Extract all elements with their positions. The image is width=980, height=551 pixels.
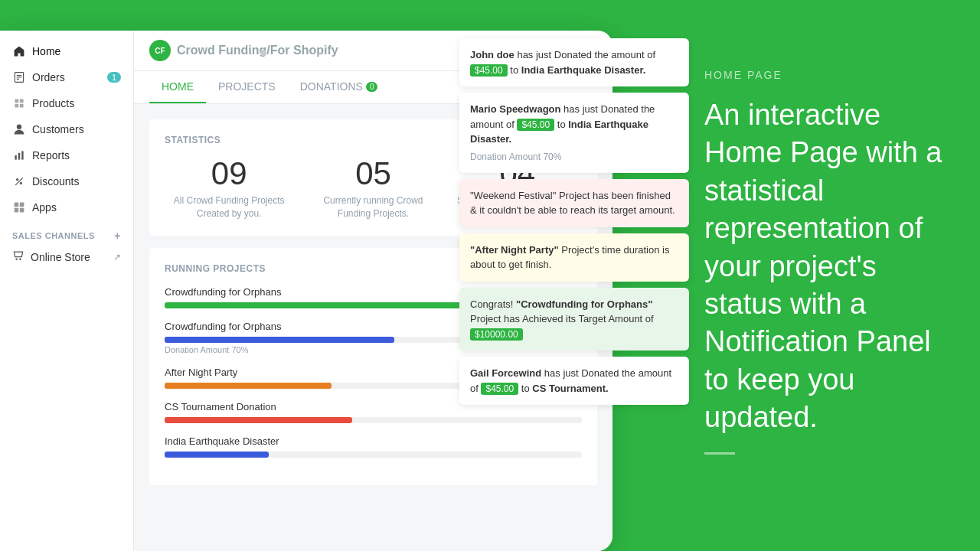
sidebar-label-customers: Customers xyxy=(32,123,84,135)
apps-icon xyxy=(12,201,26,214)
notif-name-0: John doe xyxy=(470,49,514,60)
reports-icon xyxy=(12,148,26,162)
sidebar-item-customers[interactable]: Customers xyxy=(0,116,133,142)
svg-rect-7 xyxy=(20,104,24,108)
stat-total-label: All Crowd Funding Projects Created by yo… xyxy=(165,194,293,220)
products-icon xyxy=(12,96,26,110)
progress-fill-0 xyxy=(165,302,498,308)
notification-1: Mario Speedwagon has just Donated the am… xyxy=(459,93,689,173)
notification-2: "Weekend Festival" Project has been fini… xyxy=(459,179,689,227)
stat-total-number: 09 xyxy=(165,158,293,190)
sidebar-label-discounts: Discounts xyxy=(32,175,79,187)
sidebar-item-reports[interactable]: Reports xyxy=(0,142,133,168)
notif-text-0b: to xyxy=(510,64,521,76)
sidebar-item-apps[interactable]: Apps xyxy=(0,194,133,220)
notif-amount-1: $45.00 xyxy=(517,119,554,131)
notif-amount-4: $10000.00 xyxy=(470,328,523,341)
progress-fill-1 xyxy=(165,337,394,343)
customers-icon xyxy=(12,122,26,136)
svg-rect-16 xyxy=(20,203,24,207)
sidebar: Home Orders 1 Products Customers Repor xyxy=(0,31,134,551)
notif-name-1: Mario Speedwagon xyxy=(470,103,560,115)
progress-bg-4 xyxy=(165,452,582,458)
svg-point-19 xyxy=(15,259,17,260)
progress-fill-4 xyxy=(165,452,269,458)
svg-rect-11 xyxy=(21,151,23,159)
notif-text-0a: has just Donated the amount of xyxy=(517,49,655,60)
sidebar-item-online-store[interactable]: Online Store ↗ xyxy=(0,245,133,269)
svg-rect-15 xyxy=(15,203,19,207)
app-logo: CF xyxy=(149,40,171,61)
sidebar-label-apps: Apps xyxy=(32,201,57,214)
svg-rect-6 xyxy=(15,104,18,108)
store-icon xyxy=(12,249,24,264)
svg-rect-4 xyxy=(15,99,18,103)
notif-highlight-3: "After Night Party" xyxy=(470,244,559,256)
notif-name-5: Gail Forcewind xyxy=(470,367,541,379)
stat-running-label: Currently running Crowd Funding Projects… xyxy=(309,194,437,220)
svg-rect-17 xyxy=(15,208,19,213)
notification-3: "After Night Party" Project's time durat… xyxy=(459,233,689,282)
online-store-label: Online Store xyxy=(31,251,90,263)
notif-text-4a: Congrats! xyxy=(470,298,516,310)
sidebar-item-discounts[interactable]: Discounts xyxy=(0,168,133,194)
info-page-label: HOME PAGE xyxy=(704,69,957,81)
svg-point-20 xyxy=(19,259,21,260)
svg-rect-10 xyxy=(18,153,20,160)
notification-5: Gail Forcewind has just Donated the amou… xyxy=(459,357,689,405)
sidebar-label-products: Products xyxy=(32,97,74,109)
sales-channels-title: SALES CHANNELS + xyxy=(0,220,133,245)
svg-rect-9 xyxy=(15,155,16,160)
info-heading: An interactive Home Page with a statisti… xyxy=(704,96,957,437)
project-item-4: India Earthquake Disaster xyxy=(165,435,582,458)
svg-rect-5 xyxy=(20,99,24,103)
notif-highlight-4: "Crowdfunding for Orphans" xyxy=(516,298,652,310)
tab-donations[interactable]: DONATIONS 0 xyxy=(288,71,390,103)
notif-amount-0: $45.00 xyxy=(470,64,508,77)
sidebar-label-orders: Orders xyxy=(32,71,65,83)
svg-rect-18 xyxy=(20,208,24,213)
sidebar-item-home[interactable]: Home xyxy=(0,38,133,64)
notifications-panel: John doe has just Donated the amount of … xyxy=(452,31,697,412)
progress-fill-2 xyxy=(165,383,332,389)
notif-extra-1: Donation Amount 70% xyxy=(470,150,678,164)
tab-home[interactable]: HOME xyxy=(149,71,206,103)
top-dot xyxy=(260,50,266,56)
notif-text-2: "Weekend Festival" Project has been fini… xyxy=(470,190,675,217)
project-name-4: India Earthquake Disaster xyxy=(165,435,582,447)
notif-text-4b: Project has Achieved its Target Amount o… xyxy=(470,313,654,324)
info-divider xyxy=(704,452,735,455)
stat-total: 09 All Crowd Funding Projects Created by… xyxy=(165,158,293,220)
home-icon xyxy=(12,44,26,58)
svg-point-12 xyxy=(16,178,18,181)
svg-point-13 xyxy=(20,182,22,184)
sidebar-item-products[interactable]: Products xyxy=(0,90,133,116)
svg-point-8 xyxy=(17,125,21,129)
notification-4: Congrats! "Crowdfunding for Orphans" Pro… xyxy=(459,288,689,351)
sidebar-label-home: Home xyxy=(32,45,60,57)
add-channel-icon[interactable]: + xyxy=(114,230,121,242)
notif-project-5: CS Tournament. xyxy=(532,383,608,394)
notif-project-0: India Earthquake Disaster. xyxy=(521,64,646,76)
app-title: CF Crowd Funding/For Shopify xyxy=(149,40,338,61)
notif-amount-5: $45.00 xyxy=(481,383,518,395)
notification-0: John doe has just Donated the amount of … xyxy=(459,38,689,86)
sidebar-label-reports: Reports xyxy=(32,149,70,161)
tab-projects[interactable]: PROJECTS xyxy=(206,71,288,103)
progress-bg-3 xyxy=(165,417,582,423)
donations-badge: 0 xyxy=(366,82,378,92)
app-name-text: Crowd Funding/For Shopify xyxy=(177,44,338,57)
stat-running-number: 05 xyxy=(309,158,437,190)
progress-fill-3 xyxy=(165,417,352,423)
sidebar-item-orders[interactable]: Orders 1 xyxy=(0,64,133,90)
info-panel: HOME PAGE An interactive Home Page with … xyxy=(681,31,980,493)
orders-icon xyxy=(12,70,26,84)
discounts-icon xyxy=(12,174,26,188)
notif-text-1b: to xyxy=(557,119,568,130)
stat-running: 05 Currently running Crowd Funding Proje… xyxy=(309,158,437,220)
orders-badge: 1 xyxy=(107,72,121,83)
notif-text-5b: to xyxy=(521,383,532,394)
external-link-icon[interactable]: ↗ xyxy=(113,252,121,262)
